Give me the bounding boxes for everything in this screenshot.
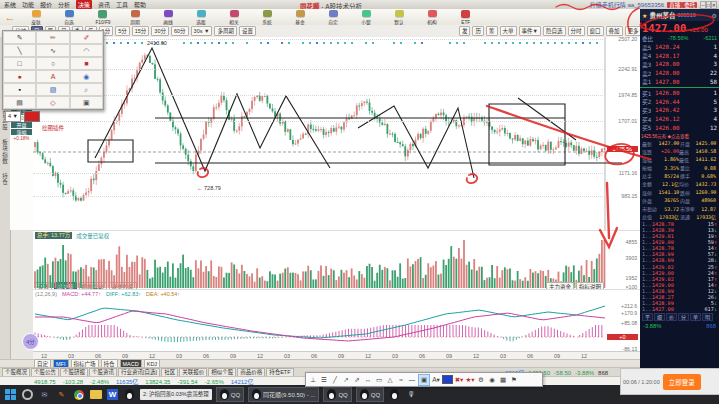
chart-tool-叠加[interactable]: 叠加 bbox=[606, 26, 623, 36]
period-30s ▼[interactable]: 30s ▼ bbox=[191, 26, 213, 36]
stock-ticker-toast[interactable]: 2: 沪指回落0.03%震荡整理 bbox=[140, 389, 212, 400]
qq-icon[interactable] bbox=[123, 388, 136, 401]
palette-tool-5[interactable]: ◠ bbox=[70, 44, 103, 57]
toolbar-button-自选[interactable]: 自选 bbox=[53, 10, 86, 25]
detail-tab-明[interactable]: 明 bbox=[702, 313, 713, 321]
period-多周期[interactable]: 多周期 bbox=[214, 26, 237, 36]
draw-tool-0[interactable]: ⊥ bbox=[308, 375, 318, 385]
volume-pane[interactable]: 总手: 13.77万 成交量已复权 设置成交量机构异动资金抄底 48553903… bbox=[33, 230, 640, 290]
menu-3[interactable]: 分析 bbox=[58, 0, 70, 9]
toolbar-button-基金[interactable]: 基金 bbox=[284, 10, 317, 25]
palette-tool-3[interactable]: ╲ bbox=[3, 44, 36, 57]
chart-tool-发[interactable]: 发 bbox=[459, 26, 471, 36]
toolbar-button-机构[interactable]: 机构 bbox=[416, 10, 449, 25]
tray-mic-icon[interactable]: 🎙 bbox=[405, 388, 418, 401]
period-设置[interactable]: 设置 bbox=[239, 26, 256, 36]
menu-2[interactable]: 报价 bbox=[40, 0, 52, 9]
taskbar-app-1[interactable]: 同花顺(9.50.50) - ... bbox=[248, 387, 319, 402]
favorite-star-icon[interactable]: ★ bbox=[642, 12, 647, 19]
macd-pane[interactable]: (12,26,9) MACD: +44.77↑ DIFF: +62.83↑ DE… bbox=[33, 289, 640, 352]
chart-tool-事件▼[interactable]: 事件▼ bbox=[519, 26, 541, 36]
draw-tool-2[interactable]: ╱ bbox=[330, 375, 340, 385]
palette-tool-2[interactable]: ✐ bbox=[70, 31, 103, 44]
toolbar-button-默认[interactable]: 默认 bbox=[383, 10, 416, 25]
assistant-badge[interactable]: 4分 bbox=[22, 333, 39, 350]
draw-tool-3[interactable]: ↗ bbox=[341, 375, 351, 385]
chart-tool-大单[interactable]: 大单 bbox=[500, 26, 517, 36]
draw-tool-10[interactable]: ▣ bbox=[418, 374, 430, 386]
toolbar-button-选股[interactable]: 选股 bbox=[185, 10, 218, 25]
close-button[interactable]: ✕ bbox=[711, 1, 717, 9]
user-account-label[interactable]: 升级手机行情 aa_59653356 bbox=[590, 0, 664, 9]
palette-tool-12[interactable]: ▪ bbox=[3, 83, 36, 96]
period-30分[interactable]: 30分 bbox=[151, 26, 169, 36]
vertical-tab-板块指数[interactable]: 板块指数 bbox=[1, 139, 9, 165]
detail-tab-细[interactable]: 细 bbox=[654, 313, 665, 321]
detail-tab-单[interactable]: 单 bbox=[690, 313, 701, 321]
taskbar-app-0[interactable]: QQ bbox=[216, 387, 244, 402]
draw-tool-11[interactable]: A▾ bbox=[431, 375, 441, 385]
draw-tool-1[interactable]: ☰ bbox=[319, 375, 329, 385]
chrome-icon[interactable] bbox=[72, 388, 85, 401]
palette-tool-13[interactable]: ▨ bbox=[36, 83, 69, 96]
back-button[interactable]: ← bbox=[0, 10, 20, 24]
period-5分[interactable]: 5分 bbox=[115, 26, 130, 36]
toolbar-button-相关[interactable]: 相关 bbox=[218, 10, 251, 25]
taskbar-app-3[interactable]: QQ bbox=[356, 387, 384, 402]
draw-tool-4[interactable]: ⇗ bbox=[352, 375, 362, 385]
chart-tool-窗口[interactable]: 窗口 bbox=[587, 26, 604, 36]
palette-tool-8[interactable]: ■ bbox=[70, 57, 103, 70]
draw-tool-17[interactable]: ▦ bbox=[498, 375, 508, 385]
start-button[interactable] bbox=[4, 388, 17, 401]
toolbar-button-皮肤[interactable]: 皮肤 bbox=[20, 10, 53, 25]
pen-color-swatch[interactable] bbox=[24, 111, 40, 122]
draw-tool-5[interactable]: ↔ bbox=[363, 375, 373, 385]
chart-tool-分时[interactable]: 分时 bbox=[568, 26, 585, 36]
menu-0[interactable]: 系统 bbox=[4, 0, 16, 9]
palette-tool-17[interactable]: ▣ bbox=[70, 96, 103, 109]
price-chart-pane[interactable]: 2507.202242.911974.851707.011171.16983.1… bbox=[33, 37, 640, 230]
detail-tab-分[interactable]: 分 bbox=[678, 313, 689, 321]
titlebar-button-1[interactable]: 委托 bbox=[682, 2, 697, 8]
menu-1[interactable]: 功能 bbox=[22, 0, 34, 9]
folder-icon[interactable] bbox=[89, 388, 102, 401]
toolbar-button-系统[interactable]: 系统 bbox=[251, 10, 284, 25]
draw-tool-15[interactable]: ⚙ bbox=[476, 375, 486, 385]
tray-qq-icon[interactable] bbox=[388, 388, 401, 401]
palette-tool-15[interactable]: ▤ bbox=[3, 96, 36, 109]
period-15分[interactable]: 15分 bbox=[132, 26, 150, 36]
palette-tool-1[interactable]: ✏ bbox=[36, 31, 69, 44]
stock-header[interactable]: ★ 贵州茅台 600519 ⚙ bbox=[640, 9, 719, 21]
toolbar-button-F10/F9[interactable]: F10/F9 bbox=[86, 10, 119, 25]
palette-tool-6[interactable]: □ bbox=[3, 57, 36, 70]
palette-tool-16[interactable]: ◇ bbox=[36, 96, 69, 109]
pen-size-dropdown[interactable]: 4 ▼ bbox=[5, 111, 21, 122]
search-icon[interactable] bbox=[21, 388, 34, 401]
draw-tool-16[interactable]: ◉ bbox=[487, 375, 497, 385]
draw-tool-6[interactable]: ▭ bbox=[374, 375, 384, 385]
taskbar-app-2[interactable]: QQ bbox=[323, 387, 351, 402]
menu-4[interactable]: 决策 bbox=[76, 0, 92, 9]
draw-tool-18[interactable]: ⚑ bbox=[509, 375, 519, 385]
palette-tool-9[interactable]: ● bbox=[3, 70, 36, 83]
chart-tool-历[interactable]: 历 bbox=[472, 26, 484, 36]
word-icon[interactable]: W bbox=[106, 388, 119, 401]
titlebar-button-0[interactable]: 直播 bbox=[667, 2, 682, 8]
menu-7[interactable]: 帮助 bbox=[134, 0, 146, 9]
promo-link[interactable]: 1425.56元有 ◆点击查看 bbox=[640, 132, 711, 138]
palette-tool-11[interactable]: ◉ bbox=[70, 70, 103, 83]
mail-icon[interactable]: ✉ bbox=[38, 388, 51, 401]
palette-tool-0[interactable]: ✎ bbox=[3, 31, 36, 44]
detail-tab-平[interactable]: 平 bbox=[642, 313, 653, 321]
toolbar-button-ETF[interactable]: ETF bbox=[449, 10, 482, 25]
palette-tool-10[interactable]: A bbox=[36, 70, 69, 83]
draw-tool-9[interactable]: — bbox=[407, 375, 417, 385]
palette-tool-7[interactable]: ○ bbox=[36, 57, 69, 70]
toolbar-button-画线[interactable]: 画线 bbox=[152, 10, 185, 25]
line-color-swatch[interactable] bbox=[442, 375, 453, 384]
minimize-button[interactable]: ─ bbox=[700, 1, 706, 9]
chart-tool-筹[interactable]: 筹 bbox=[486, 26, 498, 36]
draw-tool-13[interactable]: ✖▾ bbox=[454, 375, 464, 385]
paint-icon[interactable]: ✎ bbox=[55, 388, 68, 401]
gear-icon[interactable]: ⚙ bbox=[712, 12, 717, 19]
